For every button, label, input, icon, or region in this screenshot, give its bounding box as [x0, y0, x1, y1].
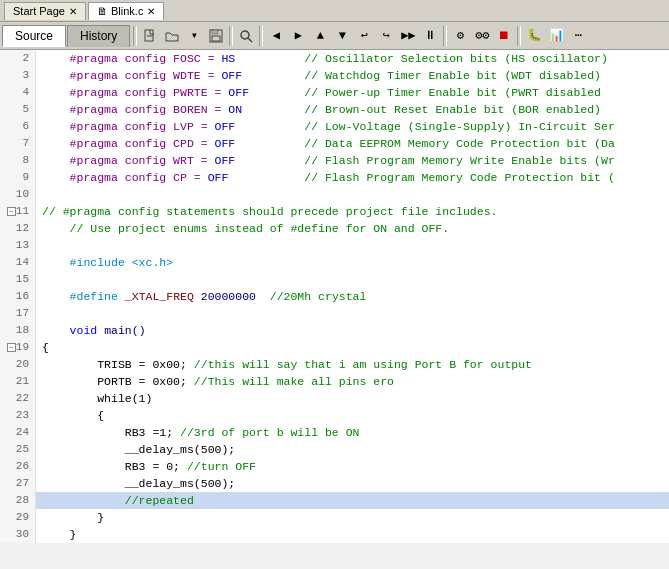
toolbar-btn-pause[interactable]: ⏸: [419, 25, 441, 47]
code-line-26[interactable]: RB3 = 0; //turn OFF: [36, 458, 669, 475]
collapse-icon-19[interactable]: −: [7, 343, 16, 352]
code-line-18[interactable]: void main(): [36, 322, 669, 339]
line-number-23: 23: [0, 407, 35, 424]
nav-tab-history-label: History: [80, 29, 117, 43]
toolbar-sep-2: [229, 26, 233, 46]
code-line-11[interactable]: // #pragma config statements should prec…: [36, 203, 669, 220]
toolbar-btn-save[interactable]: [205, 25, 227, 47]
line-number-2: 2: [0, 50, 35, 67]
svg-rect-3: [212, 30, 218, 34]
line-number-18: 18: [0, 322, 35, 339]
line-number-30: 30: [0, 526, 35, 543]
toolbar-sep-5: [517, 26, 521, 46]
tab-startpage[interactable]: Start Page ✕: [4, 2, 86, 20]
code-line-7[interactable]: #pragma config CPD = OFF // Data EEPROM …: [36, 135, 669, 152]
code-line-27[interactable]: __delay_ms(500);: [36, 475, 669, 492]
toolbar-btn-find[interactable]: [235, 25, 257, 47]
line-number-25: 25: [0, 441, 35, 458]
line-number-29: 29: [0, 509, 35, 526]
line-number-24: 24: [0, 424, 35, 441]
nav-tab-source[interactable]: Source: [2, 25, 66, 47]
code-line-6[interactable]: #pragma config LVP = OFF // Low-Voltage …: [36, 118, 669, 135]
code-line-16[interactable]: #define _XTAL_FREQ 20000000 //20Mh cryst…: [36, 288, 669, 305]
code-line-13[interactable]: [36, 237, 669, 254]
line-number-14: 14: [0, 254, 35, 271]
line-number-15: 15: [0, 271, 35, 288]
code-line-14[interactable]: #include <xc.h>: [36, 254, 669, 271]
code-line-17[interactable]: [36, 305, 669, 322]
line-number-21: 21: [0, 373, 35, 390]
line-number-12: 12: [0, 220, 35, 237]
toolbar-btn-prog[interactable]: 📊: [545, 25, 567, 47]
code-line-29[interactable]: }: [36, 509, 669, 526]
line-number-8: 8: [0, 152, 35, 169]
code-line-22[interactable]: while(1): [36, 390, 669, 407]
tab-blinkc-label: Blink.c: [111, 5, 143, 17]
toolbar-btn-debug[interactable]: 🐛: [523, 25, 545, 47]
code-line-23[interactable]: {: [36, 407, 669, 424]
code-line-28[interactable]: //repeated: [36, 492, 669, 509]
line-number-7: 7: [0, 135, 35, 152]
code-line-15[interactable]: [36, 271, 669, 288]
line-number-9: 9: [0, 169, 35, 186]
code-line-12[interactable]: // Use project enums instead of #define …: [36, 220, 669, 237]
tab-blinkc-close[interactable]: ✕: [147, 6, 155, 17]
line-numbers: 2345678910−1112131415161718−192021222324…: [0, 50, 36, 543]
toolbar-btn-more[interactable]: ⋯: [567, 25, 589, 47]
code-line-30[interactable]: }: [36, 526, 669, 543]
code-line-19[interactable]: {: [36, 339, 669, 356]
toolbar-btn-down[interactable]: ▼: [331, 25, 353, 47]
svg-rect-4: [212, 36, 220, 41]
line-number-4: 4: [0, 84, 35, 101]
title-bar: Start Page ✕ 🗎 Blink.c ✕: [0, 0, 669, 22]
toolbar-sep-3: [259, 26, 263, 46]
toolbar-btn-buildall[interactable]: ⚙⚙: [471, 25, 493, 47]
tab-blinkc[interactable]: 🗎 Blink.c ✕: [88, 2, 164, 20]
toolbar-btn-run[interactable]: ▶▶: [397, 25, 419, 47]
code-line-21[interactable]: PORTB = 0x00; //This will make all pins …: [36, 373, 669, 390]
code-line-5[interactable]: #pragma config BOREN = ON // Brown-out R…: [36, 101, 669, 118]
svg-point-5: [241, 31, 249, 39]
nav-tab-history[interactable]: History: [67, 25, 130, 47]
toolbar-sep-1: [133, 26, 137, 46]
code-line-2[interactable]: #pragma config FOSC = HS // Oscillator S…: [36, 50, 669, 67]
code-line-24[interactable]: RB3 =1; //3rd of port b will be ON: [36, 424, 669, 441]
toolbar: Source History ▾ ◀ ▶ ▲ ▼ ↩ ↪ ▶▶ ⏸ ⚙ ⚙⚙ ⏹…: [0, 22, 669, 50]
toolbar-btn-back[interactable]: ◀: [265, 25, 287, 47]
line-number-16: 16: [0, 288, 35, 305]
code-container: 2345678910−1112131415161718−192021222324…: [0, 50, 669, 543]
code-line-9[interactable]: #pragma config CP = OFF // Flash Program…: [36, 169, 669, 186]
code-line-10[interactable]: [36, 186, 669, 203]
code-lines[interactable]: #pragma config FOSC = HS // Oscillator S…: [36, 50, 669, 543]
toolbar-btn-build[interactable]: ⚙: [449, 25, 471, 47]
line-number-11: −11: [0, 203, 35, 220]
line-number-19: −19: [0, 339, 35, 356]
code-line-20[interactable]: TRISB = 0x00; //this will say that i am …: [36, 356, 669, 373]
toolbar-btn-up[interactable]: ▲: [309, 25, 331, 47]
line-number-17: 17: [0, 305, 35, 322]
code-line-3[interactable]: #pragma config WDTE = OFF // Watchdog Ti…: [36, 67, 669, 84]
tab-blinkc-icon: 🗎: [97, 5, 108, 17]
toolbar-btn-dropdown[interactable]: ▾: [183, 25, 205, 47]
tab-startpage-close[interactable]: ✕: [69, 6, 77, 17]
toolbar-sep-4: [443, 26, 447, 46]
toolbar-btn-new[interactable]: [139, 25, 161, 47]
toolbar-btn-stop[interactable]: ⏹: [493, 25, 515, 47]
svg-line-6: [248, 38, 252, 42]
line-number-10: 10: [0, 186, 35, 203]
line-number-6: 6: [0, 118, 35, 135]
tab-startpage-label: Start Page: [13, 5, 65, 17]
toolbar-btn-stepover[interactable]: ↪: [375, 25, 397, 47]
line-number-22: 22: [0, 390, 35, 407]
line-number-13: 13: [0, 237, 35, 254]
toolbar-btn-fwd[interactable]: ▶: [287, 25, 309, 47]
collapse-icon-11[interactable]: −: [7, 207, 16, 216]
code-line-8[interactable]: #pragma config WRT = OFF // Flash Progra…: [36, 152, 669, 169]
line-number-20: 20: [0, 356, 35, 373]
code-line-25[interactable]: __delay_ms(500);: [36, 441, 669, 458]
line-number-5: 5: [0, 101, 35, 118]
line-number-28: 28: [0, 492, 35, 509]
toolbar-btn-step[interactable]: ↩: [353, 25, 375, 47]
code-line-4[interactable]: #pragma config PWRTE = OFF // Power-up T…: [36, 84, 669, 101]
toolbar-btn-open[interactable]: [161, 25, 183, 47]
